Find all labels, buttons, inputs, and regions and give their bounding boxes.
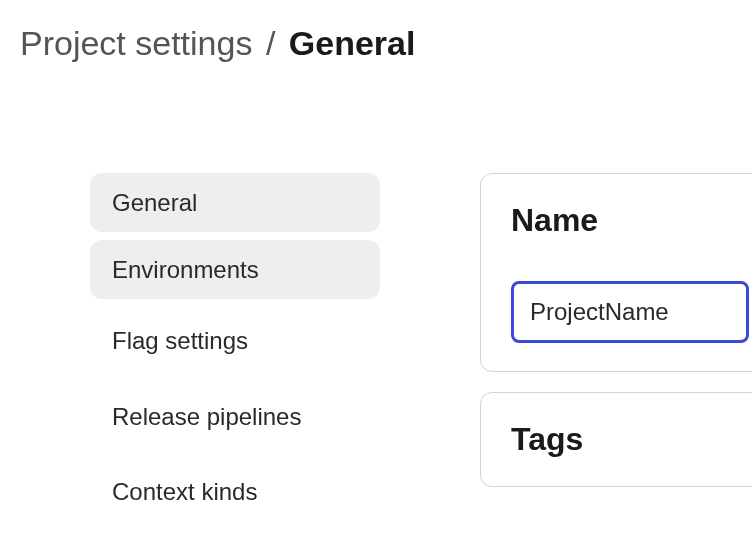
name-card-title: Name	[511, 202, 749, 239]
sidebar-item-general[interactable]: General	[90, 173, 380, 232]
sidebar-item-flag-settings[interactable]: Flag settings	[90, 307, 380, 374]
sidebar-item-environments[interactable]: Environments	[90, 240, 380, 299]
sidebar-item-label: General	[112, 189, 197, 216]
sidebar-item-label: Release pipelines	[112, 403, 301, 430]
sidebar-item-context-kinds[interactable]: Context kinds	[90, 458, 380, 525]
settings-sidebar: General Environments Flag settings Relea…	[90, 173, 380, 525]
breadcrumb-parent[interactable]: Project settings	[20, 24, 252, 62]
tags-card: Tags	[480, 392, 752, 487]
main-panel: Name Tags	[480, 173, 752, 487]
breadcrumb-separator: /	[266, 24, 275, 62]
sidebar-item-label: Environments	[112, 256, 259, 283]
tags-card-title: Tags	[511, 421, 749, 458]
breadcrumb-current: General	[289, 24, 416, 62]
sidebar-item-label: Context kinds	[112, 478, 257, 505]
sidebar-item-release-pipelines[interactable]: Release pipelines	[90, 383, 380, 450]
sidebar-item-label: Flag settings	[112, 327, 248, 354]
breadcrumb: Project settings / General	[0, 0, 752, 63]
name-card: Name	[480, 173, 752, 372]
project-name-input[interactable]	[511, 281, 749, 343]
